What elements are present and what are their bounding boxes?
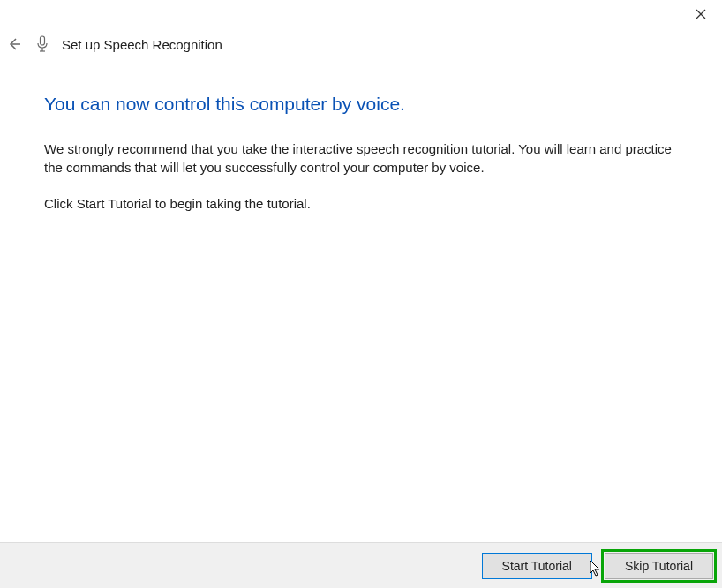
wizard-title: Set up Speech Recognition	[62, 37, 222, 52]
skip-highlight-box: Skip Tutorial	[601, 549, 717, 583]
close-icon	[696, 9, 706, 19]
back-arrow-icon	[6, 36, 22, 52]
footer-bar: Start Tutorial Skip Tutorial	[0, 542, 722, 588]
body-paragraph-2: Click Start Tutorial to begin taking the…	[44, 194, 678, 213]
body-paragraph-1: We strongly recommend that you take the …	[44, 139, 678, 177]
content-area: You can now control this computer by voi…	[44, 94, 678, 230]
close-button[interactable]	[688, 4, 713, 25]
back-button[interactable]	[5, 35, 23, 53]
main-heading: You can now control this computer by voi…	[44, 94, 678, 115]
start-tutorial-button[interactable]: Start Tutorial	[482, 553, 592, 579]
skip-tutorial-button[interactable]: Skip Tutorial	[605, 553, 713, 579]
header-row: Set up Speech Recognition	[5, 35, 222, 53]
microphone-icon	[35, 35, 49, 53]
svg-rect-3	[41, 36, 45, 45]
